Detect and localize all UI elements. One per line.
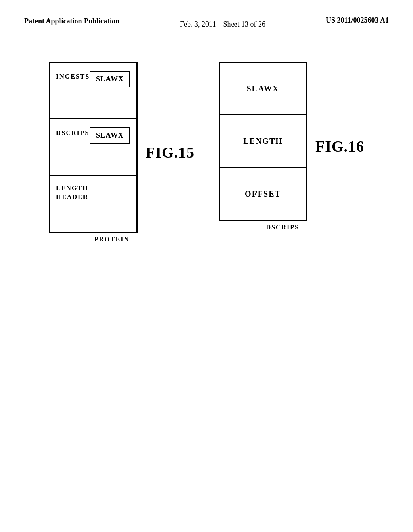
fig15-diagram-container: INGESTS SLAWX DSCRIPS SLAWX LENGTH [49,62,138,243]
fig16-block: SLAWX LENGTH OFFSET DSCRIPS FIG.16 [219,62,364,231]
fig16-bottom-label-row: DSCRIPS [219,221,307,231]
fig16-length-cell: LENGTH [220,115,306,168]
fig15-bottom-label-row: PROTEIN [49,233,138,243]
fig16-length-label: LENGTH [243,137,283,146]
fig15-bottom-label: PROTEIN [94,236,129,243]
fig15-dscrips-cell: DSCRIPS SLAWX [50,119,136,176]
patent-number: US 2011/0025603 A1 [326,16,389,25]
fig16-offset-label: OFFSET [245,189,281,199]
fig16-diagram-container: SLAWX LENGTH OFFSET DSCRIPS [219,62,307,231]
fig15-ingests-cell: INGESTS SLAWX [50,63,136,119]
publication-title: Patent Application Publication [24,16,119,26]
fig16-caption: FIG.16 [315,137,364,155]
fig15-dscrips-label: DSCRIPS [56,127,89,137]
page-header: Patent Application Publication Feb. 3, 2… [0,0,413,37]
fig16-diagram: SLAWX LENGTH OFFSET [219,62,307,221]
fig15-ingests-inner-box: SLAWX [90,71,130,87]
fig15-dscrips-inner-box: SLAWX [90,127,130,144]
fig16-bottom-label: DSCRIPS [266,224,299,231]
fig15-caption: FIG.15 [146,143,194,161]
fig15-ingests-label: INGESTS [56,71,90,80]
fig15-block: INGESTS SLAWX DSCRIPS SLAWX LENGTH [49,62,194,243]
fig16-offset-cell: OFFSET [220,168,306,220]
fig15-length-header-cell: LENGTH HEADER [50,176,136,232]
figures-area: INGESTS SLAWX DSCRIPS SLAWX LENGTH [0,37,413,267]
publication-date: Feb. 3, 2011 Sheet 13 of 26 [180,16,265,29]
fig16-slawx-cell: SLAWX [220,63,306,115]
fig15-length-header-label: LENGTH HEADER [56,184,88,202]
fig15-diagram: INGESTS SLAWX DSCRIPS SLAWX LENGTH [49,62,138,233]
fig16-slawx-label: SLAWX [246,84,279,94]
